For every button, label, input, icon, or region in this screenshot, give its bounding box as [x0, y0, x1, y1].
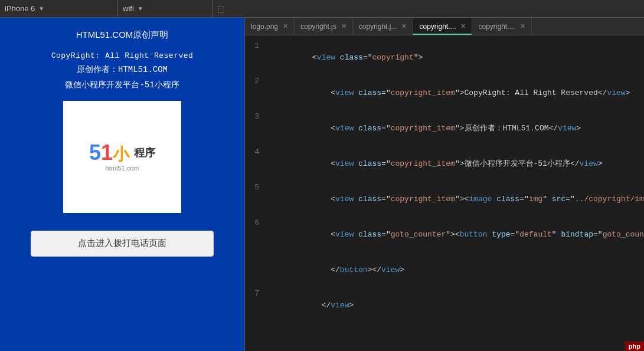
- line-num-5: 5: [245, 182, 266, 193]
- device-selector[interactable]: iPhone 6 ▼: [0, 0, 118, 17]
- logo-digit-5: 5: [89, 140, 101, 165]
- wifi-selector[interactable]: wifi ▼: [118, 0, 213, 17]
- editor-panel: logo.png ✕ copyright.js ✕ copyright.j...…: [245, 18, 644, 351]
- logo-51-text: 51小: [89, 142, 129, 163]
- code-line-7: 7 </view>: [245, 288, 644, 323]
- copyright-line2: 原创作者：HTML51.COM: [51, 63, 194, 77]
- code-line-1: 1 <view class="copyright">: [245, 40, 644, 76]
- code-content-6: <view class="goto_counter"><button type=…: [266, 217, 644, 252]
- logo-xiao-char: 小: [113, 145, 129, 163]
- copyright-text: CopyRight: All Right Reserved 原创作者：HTML5…: [51, 49, 194, 93]
- code-line-2: 2 <view class="copyright_item">CopyRight…: [245, 76, 644, 111]
- code-content-5: <view class="copyright_item"><image clas…: [266, 182, 644, 217]
- phone-screen: HTML51.COM原创声明 CopyRight: All Right Rese…: [0, 18, 244, 351]
- code-content-7: </view>: [266, 288, 644, 323]
- logo-svg: 51小 程序: [89, 142, 155, 163]
- tab-copyright-5-close[interactable]: ✕: [520, 22, 525, 30]
- tab-copyright-j2-label: copyright.j...: [359, 22, 397, 31]
- copyright-line1: CopyRight: All Right Reserved: [51, 49, 194, 63]
- code-area[interactable]: 1 <view class="copyright"> 2 <view class…: [245, 35, 644, 351]
- wifi-label: wifi: [123, 4, 134, 13]
- tab-copyright-j2-close[interactable]: ✕: [401, 22, 407, 30]
- line-num-4: 4: [245, 146, 266, 158]
- device-label: iPhone 6: [5, 4, 35, 13]
- tab-copyright-5[interactable]: copyright.... ✕: [472, 18, 531, 35]
- tab-copyright-js-label: copyright.js: [300, 22, 336, 31]
- tabs-bar: logo.png ✕ copyright.js ✕ copyright.j...…: [245, 18, 644, 35]
- line-num-3: 3: [245, 111, 266, 123]
- logo-digit-1: 1: [101, 140, 113, 165]
- tab-copyright-5-label: copyright....: [478, 22, 515, 31]
- device-chevron-icon: ▼: [38, 5, 44, 12]
- tab-copyright-js[interactable]: copyright.js ✕: [295, 18, 353, 35]
- code-line-3: 3 <view class="copyright_item">原创作者：HTML…: [245, 111, 644, 146]
- main-content: HTML51.COM原创声明 CopyRight: All Right Rese…: [0, 18, 644, 351]
- tab-logo-png-label: logo.png: [251, 22, 278, 31]
- logo-inner: 51小 程序 html51.com: [89, 142, 155, 172]
- phone-panel: HTML51.COM原创声明 CopyRight: All Right Rese…: [0, 18, 245, 351]
- logo-subtitle: html51.com: [106, 165, 139, 172]
- phone-button[interactable]: 点击进入拨打电话页面: [31, 231, 214, 257]
- code-line-4: 4 <view class="copyright_item">微信小程序开发平台…: [245, 146, 644, 182]
- tab-logo-png-close[interactable]: ✕: [283, 22, 288, 30]
- code-line-6: 6 <view class="goto_counter"><button typ…: [245, 217, 644, 252]
- code-content-6b: </button></view>: [266, 252, 644, 288]
- tab-copyright-active[interactable]: copyright.... ✕: [413, 18, 472, 35]
- line-num-2: 2: [245, 76, 266, 87]
- device-frame-icon: ⬚: [213, 4, 230, 14]
- code-line-6b: </button></view>: [245, 252, 644, 288]
- code-content-4: <view class="copyright_item">微信小程序开发平台-5…: [266, 146, 644, 182]
- line-num-1: 1: [245, 40, 266, 52]
- code-content-3: <view class="copyright_item">原创作者：HTML51…: [266, 111, 644, 146]
- tab-copyright-j2[interactable]: copyright.j... ✕: [353, 18, 414, 35]
- copyright-line3: 微信小程序开发平台-51小程序: [51, 78, 194, 93]
- top-bar: iPhone 6 ▼ wifi ▼ ⬚: [0, 0, 644, 18]
- page-title: HTML51.COM原创声明: [76, 29, 169, 41]
- php-badge: php: [625, 342, 644, 351]
- code-content-2: <view class="copyright_item">CopyRight: …: [266, 76, 644, 111]
- line-num-7: 7: [245, 288, 266, 300]
- line-num-6: 6: [245, 217, 266, 229]
- tab-copyright-active-label: copyright....: [419, 22, 456, 31]
- tab-copyright-js-close[interactable]: ✕: [341, 22, 346, 30]
- logo-container: 51小 程序 html51.com: [63, 101, 181, 213]
- code-line-5: 5 <view class="copyright_item"><image cl…: [245, 182, 644, 217]
- tab-logo-png[interactable]: logo.png ✕: [245, 18, 295, 35]
- wifi-chevron-icon: ▼: [138, 5, 143, 12]
- code-content-1: <view class="copyright">: [266, 40, 644, 76]
- logo-cname-text: 程序: [134, 146, 155, 160]
- tab-copyright-active-close[interactable]: ✕: [460, 22, 466, 30]
